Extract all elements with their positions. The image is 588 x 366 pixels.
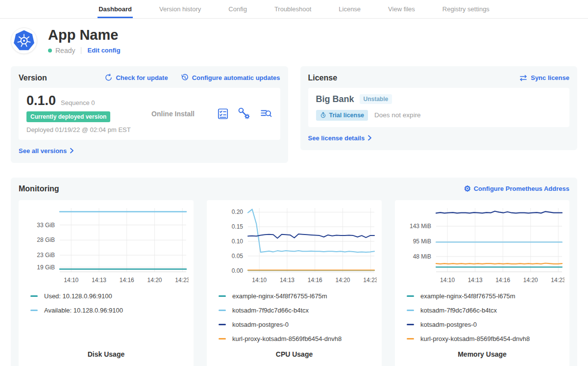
top-nav: Dashboard Version history Config Trouble… — [0, 0, 588, 19]
legend-item: example-nginx-54f8f76755-l675m — [400, 292, 564, 300]
check-for-update-label: Check for update — [116, 74, 168, 81]
version-action-icons — [217, 107, 272, 120]
legend-color-dash — [407, 324, 414, 325]
tab-dashboard[interactable]: Dashboard — [98, 0, 133, 18]
disk-usage-plot: 14:1014:1314:1614:2014:2319 GiB23 GiB28 … — [24, 204, 189, 287]
see-license-details-row: See license details — [308, 133, 570, 142]
version-info: 0.1.0 Sequence 0 Currently deployed vers… — [26, 94, 130, 133]
app-logo-badge — [11, 27, 37, 54]
svg-text:0.15: 0.15 — [232, 223, 244, 230]
see-license-details-label: See license details — [308, 134, 365, 142]
monitoring-header: Monitoring ⚙ Configure Prometheus Addres… — [19, 184, 569, 193]
legend-item: kurl-proxy-kotsadm-8569fb6454-dnvh8 — [400, 335, 564, 342]
svg-text:14:20: 14:20 — [335, 277, 350, 284]
license-type-label: Trial license — [329, 112, 365, 119]
legend-label: kotsadm-7f9dc7d66c-b4tcx — [232, 307, 309, 314]
svg-text:48 MiB: 48 MiB — [413, 253, 431, 260]
page-title: App Name — [48, 27, 121, 43]
preflight-checks-button[interactable] — [217, 107, 229, 120]
chart-svg: 14:1014:1314:1614:2014:2319 GiB23 GiB28 … — [24, 204, 189, 287]
legend-color-dash — [219, 310, 226, 311]
tab-version-history[interactable]: Version history — [158, 0, 202, 18]
svg-text:14:20: 14:20 — [523, 277, 538, 284]
monitoring-section: Monitoring ⚙ Configure Prometheus Addres… — [11, 178, 577, 366]
svg-text:14:23: 14:23 — [175, 277, 189, 284]
configure-automatic-updates-button[interactable]: Configure automatic updates — [181, 74, 280, 82]
view-logs-button[interactable] — [260, 107, 272, 120]
cpu-usage-plot: 14:1014:1314:1614:2014:230.000.050.100.1… — [212, 204, 377, 287]
legend-label: kurl-proxy-kotsadm-8569fb6454-dnvh8 — [232, 335, 342, 342]
chart-svg: 14:1014:1314:1614:2014:2348 MiB95 MiB143… — [400, 204, 564, 287]
tab-config[interactable]: Config — [227, 0, 248, 18]
configure-prometheus-label: Configure Prometheus Address — [474, 185, 569, 192]
svg-text:95 MiB: 95 MiB — [413, 238, 431, 245]
cpu-usage-legend: example-nginx-54f8f76755-l675mkotsadm-7f… — [212, 292, 377, 342]
legend-color-dash — [219, 338, 226, 340]
legend-label: Used: 10.128.0.96:9100 — [44, 292, 112, 300]
version-sequence: Sequence 0 — [61, 99, 95, 106]
edit-config-icon-button[interactable] — [238, 107, 251, 120]
disk-usage-chart-card: 14:1014:1314:1614:2014:2319 GiB23 GiB28 … — [19, 200, 194, 366]
legend-color-dash — [30, 295, 38, 297]
deployed-version-badge: Currently deployed version — [26, 111, 110, 122]
svg-text:143 MiB: 143 MiB — [410, 223, 431, 230]
legend-color-dash — [219, 324, 226, 325]
sync-arrows-icon — [519, 74, 528, 82]
legend-label: kurl-proxy-kotsadm-8569fb6454-dnvh8 — [420, 335, 530, 342]
edit-config-link[interactable]: Edit config — [87, 47, 120, 54]
svg-text:28 GiB: 28 GiB — [37, 236, 55, 243]
see-license-details-link[interactable]: See license details — [308, 134, 372, 142]
svg-text:14:13: 14:13 — [468, 277, 483, 284]
legend-label: kotsadm-7f9dc7d66c-b4tcx — [420, 307, 497, 314]
tab-view-files[interactable]: View files — [387, 0, 416, 18]
see-all-versions-label: See all versions — [19, 147, 67, 155]
kubernetes-logo-icon — [13, 29, 35, 52]
stopwatch-icon — [320, 112, 326, 118]
version-card-header: Version Check for update — [19, 74, 280, 82]
see-all-versions-row: See all versions — [19, 146, 280, 155]
license-panel: Big Bank Unstable Trial license Does not… — [308, 88, 570, 127]
license-card-header: License Sync license — [308, 74, 570, 82]
app-title-wrap: App Name Ready Edit config — [48, 27, 121, 54]
legend-item: kurl-proxy-kotsadm-8569fb6454-dnvh8 — [212, 335, 377, 342]
svg-text:19 GiB: 19 GiB — [37, 264, 55, 271]
chart-svg: 14:1014:1314:1614:2014:230.000.050.100.1… — [212, 204, 377, 287]
version-card-actions: Check for update Configure automatic upd… — [104, 74, 280, 82]
legend-item: kotsadm-postgres-0 — [400, 321, 564, 328]
legend-item: Available: 10.128.0.96:9100 — [24, 307, 189, 314]
page-content: App Name Ready Edit config Version — [0, 19, 588, 366]
current-version-panel: 0.1.0 Sequence 0 Currently deployed vers… — [19, 88, 280, 140]
memory-usage-title: Memory Usage — [400, 350, 564, 358]
svg-text:14:16: 14:16 — [120, 277, 134, 284]
legend-item: Used: 10.128.0.96:9100 — [24, 292, 189, 300]
configure-automatic-updates-label: Configure automatic updates — [192, 74, 280, 81]
legend-color-dash — [407, 338, 414, 340]
ready-status-dot — [48, 49, 52, 52]
deployed-timestamp: Deployed 01/19/22 @ 02:04 pm EST — [26, 126, 130, 133]
tab-license[interactable]: License — [338, 0, 362, 18]
version-card-title: Version — [19, 74, 47, 82]
legend-label: kotsadm-postgres-0 — [420, 321, 477, 328]
license-type-badge: Trial license — [316, 110, 368, 121]
check-for-update-button[interactable]: Check for update — [104, 74, 168, 82]
configure-prometheus-button[interactable]: ⚙ Configure Prometheus Address — [464, 185, 569, 193]
legend-color-dash — [407, 295, 414, 297]
tab-troubleshoot[interactable]: Troubleshoot — [273, 0, 312, 18]
legend-item: kotsadm-7f9dc7d66c-b4tcx — [212, 307, 377, 314]
charts-row: 14:1014:1314:1614:2014:2319 GiB23 GiB28 … — [19, 200, 569, 366]
legend-label: kotsadm-postgres-0 — [232, 321, 289, 328]
legend-label: example-nginx-54f8f76755-l675m — [232, 292, 327, 300]
sync-license-button[interactable]: Sync license — [519, 74, 569, 82]
tab-registry-settings[interactable]: Registry settings — [441, 0, 490, 18]
svg-text:0.10: 0.10 — [232, 238, 244, 245]
svg-text:14:16: 14:16 — [495, 277, 510, 284]
checklist-icon — [217, 107, 229, 120]
monitoring-title: Monitoring — [19, 184, 59, 193]
memory-usage-legend: example-nginx-54f8f76755-l675mkotsadm-7f… — [400, 292, 564, 342]
memory-usage-plot: 14:1014:1314:1614:2014:2348 MiB95 MiB143… — [400, 204, 564, 287]
legend-label: Available: 10.128.0.96:9100 — [44, 307, 123, 314]
svg-text:0.20: 0.20 — [232, 209, 244, 215]
legend-label: example-nginx-54f8f76755-l675m — [420, 292, 515, 300]
license-assignee: Big Bank — [316, 94, 354, 105]
see-all-versions-link[interactable]: See all versions — [19, 147, 74, 155]
